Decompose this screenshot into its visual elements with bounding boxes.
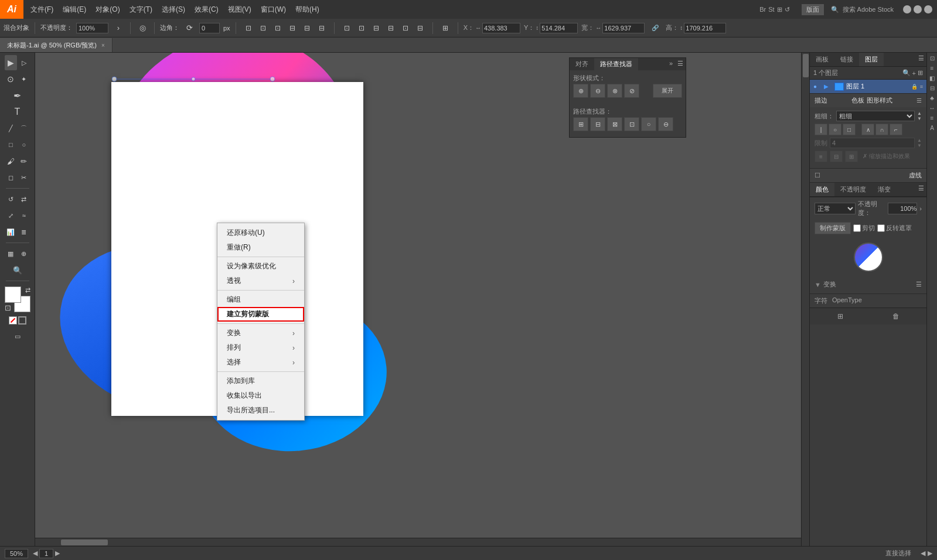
properties-panel-icon[interactable]: ⊡ (930, 55, 935, 62)
w-input[interactable] (602, 23, 645, 33)
dist-h[interactable]: ⊡ (340, 21, 354, 35)
new-layer-icon[interactable]: ⊞ (834, 310, 847, 322)
mesh-tool[interactable]: ⊕ (18, 246, 30, 261)
search-icon[interactable]: 🔍 (831, 6, 839, 13)
opacity-input2[interactable] (888, 203, 917, 214)
opacity-arrow2[interactable]: › (919, 205, 922, 212)
dist-h2[interactable]: ⊟ (369, 21, 383, 35)
ctx-transform[interactable]: 变换 › (217, 326, 304, 340)
ctx-undo[interactable]: 还原移动(U) (217, 226, 304, 240)
dashes-checkbox-icon[interactable]: ☐ (815, 172, 820, 179)
scale-tool[interactable]: ⤢ (5, 208, 18, 223)
links-tab[interactable]: 链接 (834, 53, 859, 66)
nav-prev[interactable]: ◀ (33, 549, 38, 557)
crop-icon[interactable]: ⊡ (624, 117, 639, 131)
default-colors[interactable]: ⊡ (5, 303, 11, 312)
circle-icon[interactable]: ◎ (136, 22, 149, 35)
menu-type[interactable]: 文字(T) (125, 0, 157, 19)
ctx-collect-export[interactable]: 收集以导出 (217, 388, 304, 403)
ctx-add-to-library[interactable]: 添加到库 (217, 374, 304, 388)
miter-input[interactable] (830, 138, 915, 148)
eraser-tool[interactable]: ◻ (5, 170, 18, 185)
menu-select[interactable]: 选择(S) (157, 0, 190, 19)
x-input[interactable] (482, 23, 520, 33)
layers-tab[interactable]: 图层 (859, 53, 884, 66)
merge-icon[interactable]: ⊠ (607, 117, 622, 131)
artboards-panel-icon[interactable]: ⊟ (930, 85, 935, 91)
reflect-tool[interactable]: ⇄ (18, 192, 30, 207)
ctx-group[interactable]: 编组 (217, 292, 304, 307)
dashes-header[interactable]: ☐ 虚线 (810, 169, 926, 182)
menu-window[interactable]: 窗口(W) (256, 0, 291, 19)
width-select[interactable]: 粗细 (836, 111, 915, 121)
ctx-arrange[interactable]: 排列 › (217, 340, 304, 355)
join-miter[interactable]: ∧ (861, 124, 874, 135)
graph-tool[interactable]: 📊 (5, 224, 18, 240)
align-bottom[interactable]: ⊟ (315, 21, 329, 35)
invert-checkbox[interactable] (877, 224, 885, 232)
menu-edit[interactable]: 编辑(E) (58, 0, 91, 19)
style-tab[interactable]: 图形样式 (867, 96, 892, 105)
make-mask-button[interactable]: 制作蒙版 (815, 222, 851, 234)
gradient-tab-btn[interactable]: 渐变 (872, 183, 897, 196)
fill-indicator[interactable] (9, 316, 17, 325)
zoom-tool[interactable]: 🔍 (5, 262, 30, 278)
dist-h3[interactable]: ⊡ (398, 21, 413, 35)
grid-icon2[interactable]: ⊞ (438, 21, 452, 35)
angle-input[interactable] (199, 23, 220, 33)
boards-tab[interactable]: 画板 (810, 53, 834, 66)
ctx-export-selection[interactable]: 导出所选项目... (217, 403, 304, 418)
scissor-tool[interactable]: ✂ (18, 170, 30, 185)
magic-wand-tool[interactable]: ✦ (18, 71, 30, 87)
layer-lock-icon[interactable]: 🔒 (911, 84, 918, 90)
transparency-tab-btn[interactable]: 不透明度 (834, 183, 872, 196)
opacity-input[interactable] (76, 23, 108, 33)
line-tool[interactable]: ╱ (5, 121, 18, 136)
maximize-button[interactable] (914, 5, 922, 13)
h-scrollbar[interactable] (35, 538, 801, 546)
direct-select-tool[interactable]: ▷ (18, 55, 30, 70)
cc-libraries-icon[interactable]: ♣ (930, 95, 934, 101)
join-bevel[interactable]: ⌐ (890, 124, 902, 135)
doc-tab-close[interactable]: × (101, 42, 105, 49)
screen-mode[interactable]: ▭ (5, 329, 30, 344)
h-input[interactable] (684, 23, 726, 33)
exclude-icon[interactable]: ⊘ (624, 84, 639, 98)
arc-tool[interactable]: ⌒ (18, 121, 30, 136)
v-scroll-thumb[interactable] (803, 54, 809, 77)
menu-object[interactable]: 对象(O) (91, 0, 124, 19)
blending-mode-select[interactable]: 正常 (815, 203, 856, 214)
page-input[interactable] (39, 549, 53, 558)
layer-row[interactable]: ● ▶ 图层 1 🔒 ≡ (810, 80, 926, 94)
layer-options-icon[interactable]: ≡ (920, 84, 923, 90)
char-panel-icon[interactable]: A (930, 125, 934, 131)
foreground-color[interactable] (5, 286, 21, 303)
miter-stepper[interactable]: ▲▼ (917, 138, 922, 148)
rect-tool[interactable]: □ (5, 137, 18, 152)
expand-btn[interactable]: 展开 (653, 84, 682, 98)
trim-icon[interactable]: ⊟ (590, 117, 605, 131)
nav-next[interactable]: ▶ (55, 549, 60, 557)
ctx-clipping-mask[interactable]: 建立剪切蒙版 (217, 307, 304, 322)
dist-v3[interactable]: ⊟ (413, 21, 427, 35)
nav-left-arrow[interactable]: ◀ (921, 549, 925, 557)
align-center-h[interactable]: ⊡ (256, 21, 270, 35)
transform-icon2[interactable]: ↔ (929, 105, 935, 111)
y-input[interactable] (540, 23, 578, 33)
rotate-tool[interactable]: ↺ (5, 192, 18, 207)
stroke-header[interactable]: 描边 色板 图形样式 ☰ (810, 94, 926, 107)
panel-expand-icon[interactable]: » (667, 58, 675, 70)
divide-icon[interactable]: ⊞ (573, 117, 588, 131)
lock-ratio-icon[interactable]: 🔗 (648, 21, 662, 35)
align-right[interactable]: ⊡ (271, 21, 285, 35)
swap-colors[interactable]: ⇄ (25, 286, 30, 294)
type-tool[interactable]: T (5, 104, 30, 119)
cap-square[interactable]: □ (843, 124, 856, 135)
outline-icon[interactable]: ○ (641, 117, 656, 131)
dist-v2[interactable]: ⊟ (384, 21, 398, 35)
dist-v[interactable]: ⊡ (355, 21, 369, 35)
transform-expand-icon[interactable]: ▼ (815, 281, 821, 288)
cap-round[interactable]: ○ (829, 124, 841, 135)
align-tab[interactable]: 对齐 (570, 58, 594, 70)
doc-tab-1[interactable]: 未标题-1.ai @ 50% (RGB/预览) × (0, 38, 113, 52)
